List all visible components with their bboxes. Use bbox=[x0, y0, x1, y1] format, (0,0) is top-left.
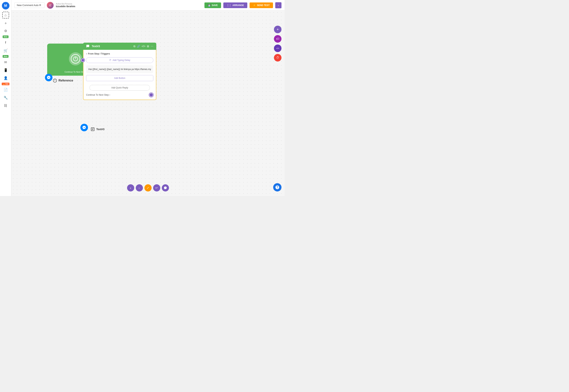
back-button[interactable]: ‹ bbox=[275, 2, 281, 8]
power-icon-circle bbox=[69, 52, 82, 66]
messenger-bottom-icon bbox=[164, 186, 167, 190]
zoom-out-button[interactable]: − bbox=[136, 184, 143, 192]
float-timer-button[interactable]: ⏱ bbox=[274, 54, 281, 61]
canvas-background bbox=[11, 11, 285, 196]
text3-below-text: Text#3 bbox=[96, 128, 104, 131]
sidebar-item-mobile[interactable]: 📱 bbox=[2, 67, 9, 74]
copy-icon[interactable]: ⧉ bbox=[133, 45, 135, 48]
grid-icon[interactable]: ⊞ bbox=[147, 45, 149, 48]
power-icon-inner bbox=[71, 54, 80, 64]
add-button-btn[interactable]: Add Button bbox=[86, 75, 153, 81]
messenger-svg-2 bbox=[82, 126, 86, 130]
text3-header-icons: ⧉ 🔗 </> ⊞ ⋯ bbox=[133, 45, 153, 48]
power-svg-icon bbox=[73, 56, 78, 61]
center-button[interactable]: ⤢ bbox=[145, 184, 152, 192]
text3-continue-dot bbox=[149, 93, 153, 97]
chat-bubble-icon bbox=[86, 44, 89, 48]
sidebar-item-home[interactable]: ⌂ bbox=[2, 12, 9, 18]
text3-header: Text#3 ⧉ 🔗 </> ⊞ ⋯ bbox=[83, 43, 156, 50]
app-logo[interactable]: M bbox=[2, 2, 9, 9]
messenger-icon-text3 bbox=[80, 124, 88, 131]
messenger-icon-start bbox=[45, 74, 53, 81]
sidebar-item-cart[interactable]: 🛒 bbox=[2, 47, 9, 54]
support-chat-button[interactable] bbox=[273, 183, 281, 192]
float-add-button[interactable]: + bbox=[274, 26, 281, 33]
text3-below-label: Text#3 bbox=[91, 127, 104, 131]
text3-continue-label: Continue To Next Step › bbox=[86, 94, 110, 96]
reference-text: Reference bbox=[58, 79, 73, 82]
text3-title: Text#3 bbox=[92, 45, 131, 48]
float-code-button[interactable]: </> bbox=[274, 44, 281, 52]
sidebar-hot-badge[interactable]: 🔥 Hot bbox=[2, 83, 9, 85]
bot-persona-label: Active Bot Persona: bbox=[56, 3, 75, 5]
bottom-toolbar: + − ⤢ ↩ bbox=[127, 184, 169, 192]
bot-persona: Active Bot Persona: Izzuddin Ibrahim bbox=[56, 3, 75, 8]
zoom-in-button[interactable]: + bbox=[127, 184, 134, 192]
right-float-panel: + 🏷 </> ⏱ bbox=[274, 26, 281, 61]
bot-persona-name: Izzuddin Ibrahim bbox=[56, 5, 75, 8]
flow-name-input[interactable] bbox=[14, 2, 44, 8]
save-button[interactable]: 💾 SAVE bbox=[204, 2, 221, 8]
add-typing-delay-button[interactable]: ⏱ Add Typing Delay bbox=[86, 57, 153, 63]
add-quick-reply-button[interactable]: Add Quick Reply bbox=[89, 85, 150, 91]
avatar: IZ bbox=[47, 2, 54, 9]
sidebar-beta-badge-1[interactable]: Beta bbox=[3, 35, 9, 38]
sidebar-item-mail[interactable]: ✉ bbox=[2, 59, 9, 66]
message-text: Hai {{first_name}} {{last_name}} Ini lin… bbox=[88, 68, 151, 70]
sidebar-beta-badge-2[interactable]: Beta bbox=[3, 55, 9, 58]
float-tag-button[interactable]: 🏷 bbox=[274, 35, 281, 43]
power-reference-icon bbox=[53, 79, 57, 83]
link-icon[interactable]: 🔗 bbox=[137, 45, 140, 48]
sidebar-item-settings[interactable]: ⚙ bbox=[2, 28, 9, 34]
sidebar-item-network[interactable]: ⛓ bbox=[2, 102, 9, 109]
canvas: Continue To Next Step › Reference bbox=[11, 11, 285, 196]
messenger-svg bbox=[47, 75, 51, 80]
code-icon[interactable]: </> bbox=[142, 45, 145, 48]
sidebar-item-user[interactable]: 👤 bbox=[2, 75, 9, 82]
header: IZ Active Bot Persona: Izzuddin Ibrahim … bbox=[11, 0, 285, 11]
more-icon[interactable]: ⋯ bbox=[151, 45, 153, 48]
message-box[interactable]: Hai {{first_name}} {{last_name}} Ini lin… bbox=[86, 65, 153, 73]
sidebar-item-add[interactable]: ＋ bbox=[2, 20, 9, 27]
support-icon bbox=[275, 185, 280, 190]
send-test-button[interactable]: ⚡ SEND TEST bbox=[249, 2, 273, 8]
reference-label: Reference bbox=[53, 79, 73, 83]
sidebar-item-tools[interactable]: 🔧 bbox=[2, 94, 9, 101]
undo-button[interactable]: ↩ bbox=[153, 184, 160, 192]
from-step-row: › From Step / Triggers bbox=[86, 53, 153, 55]
sidebar-item-document[interactable]: 📄 bbox=[2, 86, 9, 93]
from-step-label: From Step / Triggers bbox=[88, 53, 110, 55]
text3-block-icon bbox=[91, 127, 95, 131]
sidebar-item-facebook[interactable]: f bbox=[2, 39, 9, 46]
messenger-button[interactable] bbox=[162, 184, 169, 192]
text3-left-dot bbox=[81, 58, 85, 62]
arrange-button[interactable]: ⋮⋮ ARRANGE bbox=[223, 2, 247, 8]
text3-body: › From Step / Triggers ⏱ Add Typing Dela… bbox=[83, 50, 156, 100]
text3-continue-row: Continue To Next Step › bbox=[86, 93, 153, 97]
text3-node: Text#3 ⧉ 🔗 </> ⊞ ⋯ › From Step / Trigger… bbox=[83, 43, 156, 100]
sidebar: M ⌂ ＋ ⚙ Beta f 🛒 Beta ✉ 📱 👤 🔥 Hot 📄 🔧 ⛓ bbox=[0, 0, 11, 196]
